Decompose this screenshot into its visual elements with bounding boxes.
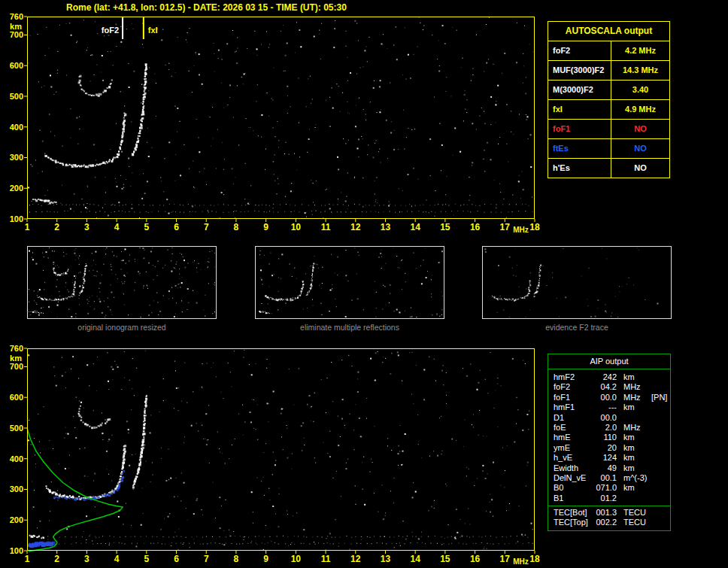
svg-text:15: 15 bbox=[440, 554, 450, 564]
aip-note bbox=[648, 433, 670, 442]
aip-unit: m^(-3) bbox=[617, 473, 648, 483]
svg-text:8: 8 bbox=[234, 222, 239, 232]
svg-text:11: 11 bbox=[321, 222, 331, 232]
thumbnail-cleaned-panel bbox=[255, 246, 444, 319]
svg-text:400: 400 bbox=[10, 123, 23, 132]
aip-row-TEC[Top]: TEC[Top]002.2TECU bbox=[548, 518, 670, 527]
svg-text:14: 14 bbox=[410, 222, 420, 232]
aip-note bbox=[648, 443, 670, 453]
ionogram-top: foF2fxI123456789101112131415161718MHz760… bbox=[3, 12, 560, 238]
param-label: foF1 bbox=[548, 120, 611, 138]
aip-label: TEC[Top] bbox=[554, 518, 593, 527]
y-axis-labels: 760700600500400300200100km bbox=[10, 12, 27, 223]
aip-note bbox=[648, 494, 670, 503]
aip-note bbox=[648, 508, 670, 518]
aip-unit bbox=[617, 413, 648, 423]
svg-text:17: 17 bbox=[500, 554, 511, 564]
F2-trace-X-mode bbox=[132, 395, 147, 489]
noise-speckle bbox=[28, 17, 533, 218]
page-title: Rome (lat: +41.8, lon: 012.5) - DATE: 20… bbox=[66, 2, 347, 13]
aip-value: 2.0 bbox=[593, 423, 617, 433]
E-region-echo bbox=[259, 311, 269, 314]
aip-note bbox=[648, 402, 670, 412]
aip-note bbox=[648, 518, 670, 527]
aip-label: TEC[Bot] bbox=[554, 508, 593, 518]
y-axis-labels: 760700600500400300200100km bbox=[10, 344, 27, 555]
svg-text:100: 100 bbox=[10, 214, 23, 223]
svg-text:760: 760 bbox=[10, 12, 23, 21]
aip-label: foF2 bbox=[554, 382, 593, 392]
second-hop-reflection bbox=[78, 405, 111, 430]
param-value: 3.40 bbox=[611, 80, 669, 99]
autoscala-row-foF1: foF1NO bbox=[548, 120, 669, 139]
fxI-marker-label: fxI bbox=[148, 26, 158, 35]
autoscala-row-ftEs: ftEsNO bbox=[548, 139, 669, 159]
param-value: 14.3 MHz bbox=[611, 61, 669, 80]
second-hop-reflection bbox=[78, 75, 113, 97]
F2-trace-X-mode bbox=[534, 264, 542, 297]
aip-unit: TECU bbox=[617, 508, 648, 518]
param-label: fxI bbox=[548, 100, 611, 119]
aip-row-TEC[Bot]: TEC[Bot]001.3TECU bbox=[548, 508, 670, 518]
aip-row-h_vE: h_vE124km bbox=[548, 453, 670, 463]
svg-text:7: 7 bbox=[204, 222, 209, 232]
aip-value: 01.2 bbox=[593, 494, 617, 503]
aip-row-B0: B0071.0km bbox=[548, 483, 670, 493]
x-axis-labels: 123456789101112131415161718MHz bbox=[25, 219, 540, 234]
autoscala-row-foF2: foF24.2 MHz bbox=[548, 41, 669, 61]
aip-note bbox=[648, 473, 670, 483]
F2-trace-O-mode bbox=[265, 281, 304, 301]
svg-text:13: 13 bbox=[381, 222, 391, 232]
aip-label: foE bbox=[554, 423, 593, 433]
aip-value: 00.1 bbox=[593, 473, 617, 483]
noise-speckle bbox=[484, 248, 658, 317]
param-value: 4.2 MHz bbox=[611, 41, 669, 60]
x-axis-unit: MHz bbox=[513, 226, 529, 234]
electron-density-profile bbox=[27, 428, 123, 551]
svg-text:1: 1 bbox=[25, 222, 30, 232]
aip-unit: MHz bbox=[617, 382, 648, 392]
aip-unit: km bbox=[617, 483, 648, 493]
svg-text:6: 6 bbox=[174, 222, 179, 232]
svg-text:14: 14 bbox=[410, 554, 420, 564]
aip-note: [PN] bbox=[648, 393, 670, 402]
F2-trace-O-mode bbox=[37, 281, 76, 301]
param-value: NO bbox=[611, 159, 669, 178]
aip-label: D1 bbox=[554, 413, 593, 423]
svg-text:700: 700 bbox=[10, 362, 23, 371]
autoscala-output-table: AUTOSCALA output foF24.2 MHzMUF(3000)F21… bbox=[548, 21, 670, 178]
svg-text:6: 6 bbox=[174, 554, 179, 564]
svg-text:500: 500 bbox=[10, 92, 23, 101]
svg-text:200: 200 bbox=[10, 184, 23, 193]
x-axis-unit: MHz bbox=[513, 557, 529, 566]
aip-value: 00.0 bbox=[593, 413, 617, 423]
svg-text:18: 18 bbox=[529, 554, 540, 564]
autoscala-title: AUTOSCALA output bbox=[548, 22, 669, 41]
aip-row-ymE: ymE20km bbox=[548, 443, 670, 453]
svg-text:3: 3 bbox=[84, 222, 89, 232]
aip-row-foF2: foF204.2MHz bbox=[548, 382, 670, 392]
svg-text:12: 12 bbox=[350, 554, 361, 564]
aip-title: AIP output bbox=[548, 354, 670, 369]
aip-row-B1: B101.2 bbox=[548, 494, 670, 503]
aip-note bbox=[648, 382, 670, 392]
foF2-marker-label: foF2 bbox=[102, 26, 119, 35]
svg-text:300: 300 bbox=[10, 153, 23, 162]
param-label: M(3000)F2 bbox=[548, 80, 611, 99]
svg-text:10: 10 bbox=[291, 222, 302, 232]
thumbnail-caption-1: original ionogram resized bbox=[27, 323, 217, 332]
svg-text:600: 600 bbox=[10, 393, 23, 402]
param-value: NO bbox=[611, 120, 669, 138]
thumbnail-original-panel bbox=[27, 246, 217, 319]
F2-trace-X-mode bbox=[79, 263, 87, 296]
aip-unit bbox=[617, 494, 648, 503]
F2-trace-O-mode bbox=[492, 281, 531, 302]
aip-note bbox=[648, 372, 670, 382]
svg-text:12: 12 bbox=[350, 222, 361, 232]
thumbnail-f2trace-ionogram bbox=[483, 247, 671, 318]
param-label: ftEs bbox=[548, 139, 611, 158]
param-value: 4.9 MHz bbox=[611, 100, 669, 119]
aip-label: hmF2 bbox=[554, 372, 593, 382]
aip-value: 242 bbox=[593, 372, 617, 382]
aip-label: ymE bbox=[554, 443, 593, 453]
